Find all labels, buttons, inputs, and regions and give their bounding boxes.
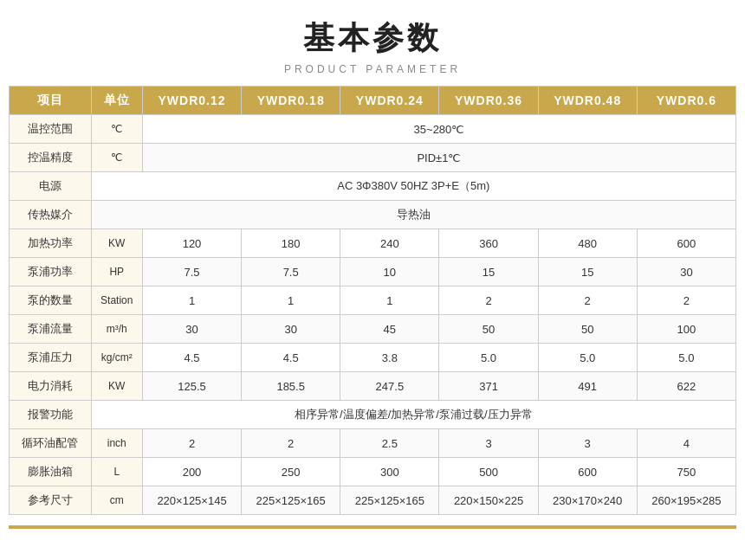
row-unit: ℃ — [91, 144, 142, 172]
table-row: 电源AC 3Φ380V 50HZ 3P+E（5m) — [10, 172, 736, 201]
table-row: 温控范围℃35~280℃ — [10, 115, 736, 144]
row-value: 225×125×165 — [340, 486, 439, 515]
table-header-row: 项目 单位 YWDR0.12 YWDR0.18 YWDR0.24 YWDR0.3… — [10, 87, 736, 115]
row-value: 4.5 — [242, 344, 340, 372]
row-value: 2 — [637, 286, 735, 315]
table-row: 电力消耗KW125.5185.5247.5371491622 — [10, 372, 736, 401]
table-row: 泵浦压力kg/cm²4.54.53.85.05.05.0 — [10, 344, 736, 372]
row-unit: m³/h — [91, 315, 142, 344]
row-value: 50 — [439, 315, 538, 344]
row-value: 230×170×240 — [538, 486, 637, 515]
row-unit: cm — [91, 486, 142, 515]
row-label: 控温精度 — [10, 144, 92, 172]
row-unit: L — [91, 458, 142, 486]
row-value: 100 — [637, 315, 735, 344]
row-label: 循环油配管 — [10, 429, 92, 458]
bottom-bar — [9, 525, 736, 529]
table-body: 温控范围℃35~280℃控温精度℃PID±1℃电源AC 3Φ380V 50HZ … — [10, 115, 736, 515]
row-value: 200 — [142, 458, 241, 486]
table-row: 循环油配管inch222.5334 — [10, 429, 736, 458]
row-label: 电力消耗 — [10, 372, 92, 401]
row-value: 220×125×145 — [142, 486, 241, 515]
table-row: 传热媒介导热油 — [10, 201, 736, 229]
row-label: 参考尺寸 — [10, 486, 92, 515]
row-value-span: PID±1℃ — [142, 144, 735, 172]
row-value: 7.5 — [242, 258, 340, 286]
row-value: 1 — [340, 286, 439, 315]
sub-title: PRODUCT PARAMETER — [9, 63, 736, 75]
row-value: 600 — [538, 458, 637, 486]
row-value: 300 — [340, 458, 439, 486]
row-unit: inch — [91, 429, 142, 458]
table-row: 报警功能相序异常/温度偏差/加热异常/泵浦过载/压力异常 — [10, 401, 736, 429]
row-value: 3 — [538, 429, 637, 458]
row-value: 45 — [340, 315, 439, 344]
header-ywdr024: YWDR0.24 — [340, 87, 439, 115]
header-ywdr012: YWDR0.12 — [142, 87, 241, 115]
table-row: 泵浦功率HP7.57.510151530 — [10, 258, 736, 286]
row-value: 750 — [637, 458, 735, 486]
row-label: 传热媒介 — [10, 201, 92, 229]
row-value: 30 — [242, 315, 340, 344]
row-value: 1 — [242, 286, 340, 315]
row-unit: HP — [91, 258, 142, 286]
row-value: 2 — [439, 286, 538, 315]
row-value: 260×195×285 — [637, 486, 735, 515]
row-unit: Station — [91, 286, 142, 315]
header-unit: 单位 — [91, 87, 142, 115]
row-value: 250 — [242, 458, 340, 486]
row-value: 15 — [538, 258, 637, 286]
row-value: 2 — [242, 429, 340, 458]
row-label: 电源 — [10, 172, 92, 201]
row-value-span: 35~280℃ — [142, 115, 735, 144]
row-value: 371 — [439, 372, 538, 401]
row-value: 5.0 — [439, 344, 538, 372]
row-value-span: AC 3Φ380V 50HZ 3P+E（5m) — [91, 172, 735, 201]
row-label: 报警功能 — [10, 401, 92, 429]
row-value: 180 — [242, 229, 340, 258]
row-unit: KW — [91, 229, 142, 258]
row-value: 10 — [340, 258, 439, 286]
row-value: 120 — [142, 229, 241, 258]
row-value: 3.8 — [340, 344, 439, 372]
header-item: 项目 — [10, 87, 92, 115]
row-value: 2.5 — [340, 429, 439, 458]
row-value: 600 — [637, 229, 735, 258]
row-value: 2 — [538, 286, 637, 315]
row-value: 3 — [439, 429, 538, 458]
row-label: 膨胀油箱 — [10, 458, 92, 486]
row-value: 185.5 — [242, 372, 340, 401]
params-table: 项目 单位 YWDR0.12 YWDR0.18 YWDR0.24 YWDR0.3… — [9, 86, 736, 515]
row-value: 5.0 — [637, 344, 735, 372]
row-value: 1 — [142, 286, 241, 315]
header-ywdr036: YWDR0.36 — [439, 87, 538, 115]
row-value: 491 — [538, 372, 637, 401]
main-title: 基本参数 — [9, 17, 736, 60]
row-value: 240 — [340, 229, 439, 258]
header-ywdr018: YWDR0.18 — [242, 87, 340, 115]
row-value: 15 — [439, 258, 538, 286]
row-unit: KW — [91, 372, 142, 401]
row-unit: ℃ — [91, 115, 142, 144]
header-ywdr048: YWDR0.48 — [538, 87, 637, 115]
row-unit: kg/cm² — [91, 344, 142, 372]
table-row: 膨胀油箱L200250300500600750 — [10, 458, 736, 486]
row-value: 480 — [538, 229, 637, 258]
row-label: 泵浦功率 — [10, 258, 92, 286]
row-value: 4.5 — [142, 344, 241, 372]
row-value: 4 — [637, 429, 735, 458]
page-wrapper: 基本参数 PRODUCT PARAMETER 项目 单位 YWDR0.12 YW… — [0, 0, 745, 546]
row-value-span: 导热油 — [91, 201, 735, 229]
table-row: 控温精度℃PID±1℃ — [10, 144, 736, 172]
row-value: 225×125×165 — [242, 486, 340, 515]
row-label: 泵浦流量 — [10, 315, 92, 344]
row-value: 247.5 — [340, 372, 439, 401]
row-value: 30 — [142, 315, 241, 344]
row-value: 220×150×225 — [439, 486, 538, 515]
row-label: 泵浦压力 — [10, 344, 92, 372]
row-label: 泵的数量 — [10, 286, 92, 315]
title-section: 基本参数 PRODUCT PARAMETER — [9, 17, 736, 75]
row-label: 温控范围 — [10, 115, 92, 144]
row-value: 50 — [538, 315, 637, 344]
row-value: 500 — [439, 458, 538, 486]
